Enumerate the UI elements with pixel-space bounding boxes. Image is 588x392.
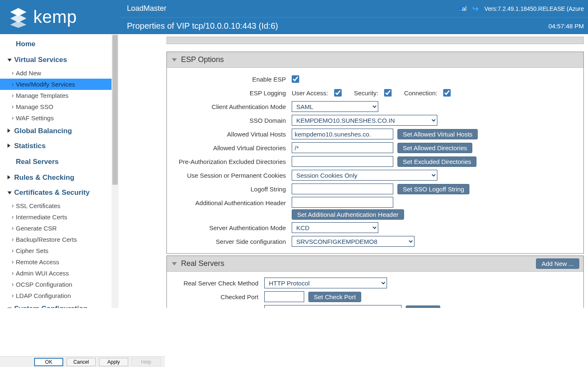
- apply-button[interactable]: Apply: [99, 358, 128, 366]
- version-text: Vers:7.2.49.1.18450.RELEASE (Azure: [484, 5, 584, 12]
- select-server-side-cfg[interactable]: SRVSCONFIGKEMPDEMO8: [292, 236, 414, 247]
- nav-group-global-balancing[interactable]: Global Balancing: [0, 124, 112, 139]
- app-header: kemp LoadMaster bal Vers:7.2.49.1.18450.…: [0, 0, 588, 34]
- label-log-user-access: User Access:: [292, 89, 328, 97]
- collapsed-panel-previous[interactable]: [166, 37, 584, 44]
- button-set-add-auth-header[interactable]: Set Additional Authentication Header: [292, 209, 404, 220]
- ok-button[interactable]: OK: [34, 358, 63, 366]
- nav-group-certs-security[interactable]: Certificates & Security: [0, 185, 112, 200]
- button-set-excluded-dirs[interactable]: Set Excluded Directories: [397, 156, 476, 167]
- label-allowed-dirs: Allowed Virtual Directories: [173, 144, 292, 151]
- nav-sub-ssl-certs[interactable]: SSL Certificates: [0, 200, 112, 211]
- logout-icon[interactable]: [472, 4, 479, 13]
- panel-body-real-servers: Real Server Check Method HTTP Protocol C…: [167, 272, 583, 308]
- panel-title-real-servers: Real Servers: [181, 259, 224, 268]
- header-right: LoadMaster bal Vers:7.2.49.1.18450.RELEA…: [119, 0, 588, 34]
- button-set-allowed-dirs[interactable]: Set Allowed Directories: [397, 143, 472, 153]
- nav-group-rules-checking[interactable]: Rules & Checking: [0, 170, 112, 185]
- label-server-auth-mode: Server Authentication Mode: [173, 224, 292, 231]
- dialog-button-bar: OK Cancel Apply Help: [0, 356, 165, 367]
- input-url[interactable]: [264, 305, 402, 308]
- panel-real-servers: Real Servers Add New ... Real Server Che…: [166, 256, 584, 308]
- button-set-logoff[interactable]: Set SSO Logoff String: [397, 184, 469, 194]
- label-log-connection: Connection:: [404, 89, 437, 97]
- sidebar-scrollbar[interactable]: [112, 34, 119, 308]
- panel-title-esp: ESP Options: [181, 55, 224, 64]
- button-set-allowed-hosts[interactable]: Set Allowed Virtual Hosts: [397, 129, 478, 139]
- nav-sub-manage-templates[interactable]: Manage Templates: [0, 90, 112, 101]
- label-logoff-string: Logoff String: [173, 186, 292, 193]
- nav-sub-manage-sso[interactable]: Manage SSO: [0, 101, 112, 112]
- label-sso-domain: SSO Domain: [173, 117, 292, 124]
- input-preauth-excl[interactable]: [292, 156, 393, 167]
- label-checked-port: Checked Port: [173, 293, 264, 300]
- panel-header-real-servers[interactable]: Real Servers Add New ...: [167, 256, 583, 272]
- checkbox-log-user-access[interactable]: [334, 89, 342, 97]
- nav-sub-view-modify[interactable]: View/Modify Services: [0, 79, 112, 90]
- nav-sub-add-new[interactable]: Add New: [0, 67, 112, 79]
- panel-body-esp: Enable ESP ESP Logging User Access: Secu…: [167, 68, 583, 253]
- page-title: Properties of VIP tcp/10.0.0.10:443 (Id:…: [127, 21, 278, 31]
- chevron-down-icon: [172, 262, 177, 265]
- nav-sub-gen-csr[interactable]: Generate CSR: [0, 223, 112, 234]
- header-top-row: LoadMaster bal Vers:7.2.49.1.18450.RELEA…: [119, 0, 588, 17]
- button-add-new-rs[interactable]: Add New ...: [536, 258, 579, 269]
- nav-list: Home Virtual Services Add New View/Modif…: [0, 34, 112, 308]
- input-checked-port[interactable]: [264, 291, 304, 302]
- brand-logo: kemp: [0, 0, 119, 34]
- help-button: Help: [131, 358, 161, 366]
- nav-group-statistics[interactable]: Statistics: [0, 139, 112, 154]
- checkbox-log-security[interactable]: [384, 89, 392, 97]
- select-server-auth-mode[interactable]: KCD: [292, 222, 378, 233]
- app-name: LoadMaster: [127, 4, 166, 13]
- button-set-check-port[interactable]: Set Check Port: [308, 292, 361, 302]
- chevron-down-icon: [172, 58, 177, 62]
- nav-sub-remote-access[interactable]: Remote Access: [0, 256, 112, 268]
- select-sso-domain[interactable]: KEMPDEMO10.SUNESHES.CO.IN: [292, 115, 437, 126]
- main-content: ESP Options Enable ESP ESP Logging User …: [119, 34, 588, 308]
- user-block[interactable]: bal: [457, 5, 466, 12]
- label-check-method: Real Server Check Method: [173, 280, 264, 287]
- checkbox-log-connection[interactable]: [443, 89, 451, 97]
- label-preauth-excl: Pre-Authorization Excluded Directories: [173, 158, 292, 165]
- panel-header-esp[interactable]: ESP Options: [167, 52, 583, 68]
- nav-group-virtual-services[interactable]: Virtual Services: [0, 52, 112, 67]
- label-enable-esp: Enable ESP: [173, 76, 292, 83]
- select-use-cookies[interactable]: Session Cookies Only: [292, 170, 437, 181]
- label-esp-logging: ESP Logging: [173, 89, 292, 97]
- nav-group-system-config[interactable]: System Configuration: [0, 301, 112, 308]
- kemp-logo-icon: [7, 6, 29, 28]
- nav-sub-ocsp[interactable]: OCSP Configuration: [0, 279, 112, 290]
- label-log-security: Security:: [354, 89, 378, 97]
- label-use-cookies: Use Session or Permanent Cookies: [173, 172, 292, 179]
- cancel-button[interactable]: Cancel: [67, 358, 96, 366]
- label-url: URL: [173, 307, 264, 308]
- sidebar: Home Virtual Services Add New View/Modif…: [0, 34, 119, 308]
- nav-sub-waf-settings[interactable]: WAF Settings: [0, 112, 112, 124]
- label-client-auth-mode: Client Authentication Mode: [173, 103, 292, 110]
- nav-sub-int-certs[interactable]: Intermediate Certs: [0, 211, 112, 223]
- nav-sub-ldap[interactable]: LDAP Configuration: [0, 290, 112, 301]
- label-allowed-hosts: Allowed Virtual Hosts: [173, 131, 292, 138]
- scrollbar-thumb[interactable]: [112, 35, 118, 185]
- nav-sub-cipher-sets[interactable]: Cipher Sets: [0, 245, 112, 256]
- nav-sub-backup-certs[interactable]: Backup/Restore Certs: [0, 234, 112, 245]
- select-check-method[interactable]: HTTP Protocol: [264, 278, 387, 288]
- label-add-auth-header: Additional Authentication Header: [173, 197, 292, 206]
- input-logoff-string[interactable]: [292, 184, 393, 194]
- button-set-url[interactable]: Set URL: [406, 305, 440, 308]
- nav-home[interactable]: Home: [0, 36, 112, 52]
- header-sub-row: Properties of VIP tcp/10.0.0.10:443 (Id:…: [119, 17, 588, 34]
- clock: 04:57:48 PM: [548, 22, 584, 30]
- nav-sub-admin-wui[interactable]: Admin WUI Access: [0, 268, 112, 279]
- label-server-side-cfg: Server Side configuration: [173, 238, 292, 245]
- checkbox-enable-esp[interactable]: [292, 75, 299, 83]
- nav-real-servers[interactable]: Real Servers: [0, 154, 112, 170]
- input-add-auth-header[interactable]: [292, 197, 393, 208]
- input-allowed-hosts[interactable]: [292, 129, 393, 139]
- input-allowed-dirs[interactable]: [292, 142, 393, 153]
- brand-text: kemp: [33, 7, 77, 27]
- panel-esp-options: ESP Options Enable ESP ESP Logging User …: [166, 52, 584, 254]
- select-client-auth-mode[interactable]: SAML: [292, 101, 378, 112]
